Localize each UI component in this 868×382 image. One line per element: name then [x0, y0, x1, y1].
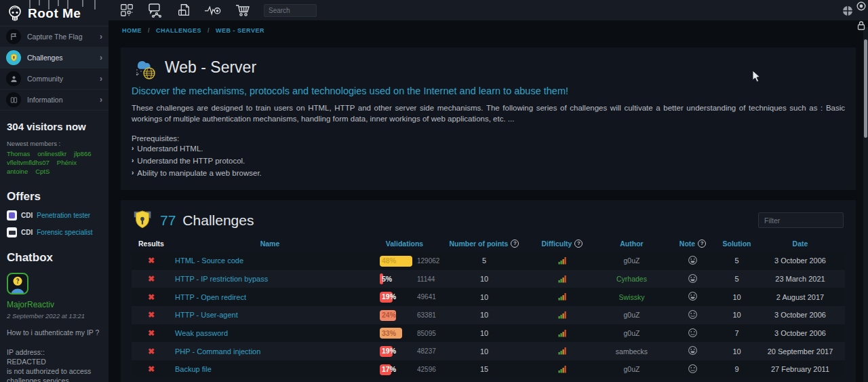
solution-count-link[interactable]: 10	[732, 347, 741, 356]
offers-heading: Offers	[7, 190, 102, 204]
record-icon[interactable]	[856, 1, 866, 14]
not-validated-icon: ✖	[132, 256, 171, 265]
vertical-scrollbar[interactable]	[863, 27, 868, 382]
column-points[interactable]: Number of points ?	[440, 240, 528, 248]
solution-count-link[interactable]: 5	[734, 275, 738, 283]
newest-members-label: Newest members :	[7, 140, 102, 147]
challenge-link[interactable]: Weak password	[175, 329, 228, 337]
column-note[interactable]: Note ?	[667, 240, 718, 248]
sidebar-item-information[interactable]: Information ›	[0, 90, 108, 111]
documents-icon[interactable]	[176, 2, 191, 18]
chatbox-block: Chatbox MajorReactiv 2 September 2022 at…	[0, 237, 108, 382]
help-icon[interactable]: ?	[511, 240, 519, 248]
prerequisite-item: › Ability to manipulate a web browser.	[132, 167, 845, 179]
validations-cell: 5% 11144	[369, 270, 440, 288]
validation-count: 48237	[417, 347, 436, 355]
sidebar-item-capture-the-flag[interactable]: Capture The Flag ›	[0, 26, 108, 47]
chevron-right-icon: ›	[100, 32, 102, 41]
search-input[interactable]	[264, 4, 317, 17]
breadcrumb-home-link[interactable]: HOME	[122, 27, 142, 34]
company-logo	[7, 210, 17, 221]
offer-link[interactable]: Penetration tester	[37, 212, 90, 219]
challenge-link[interactable]: HTTP - User-agent	[175, 311, 238, 319]
help-icon[interactable]: ?	[574, 240, 583, 248]
cart-icon[interactable]	[235, 2, 251, 18]
visitors-heading: 304 visitors now	[7, 121, 102, 132]
member-link[interactable]: jlp866	[74, 150, 91, 157]
breadcrumb-current-page[interactable]: WEB - SERVER	[216, 27, 264, 34]
globe-icon[interactable]	[842, 5, 853, 19]
challenge-link[interactable]: HTTP - IP restriction bypass	[175, 275, 268, 283]
validation-count: 63381	[417, 311, 436, 319]
column-author[interactable]: Author	[596, 240, 667, 248]
table-row: ✖ HTML - Source code 48% 129062 5 g0uZ 5…	[132, 252, 845, 270]
challenge-link[interactable]: HTTP - Open redirect	[175, 293, 246, 301]
member-link[interactable]: antoine	[7, 168, 28, 175]
sidebar-item-label: Community	[27, 75, 63, 83]
column-results[interactable]: Results	[132, 240, 171, 248]
author-link[interactable]: g0uZ	[624, 311, 640, 319]
solution-count-link[interactable]: 7	[734, 329, 738, 337]
sidebar-item-challenges[interactable]: Challenges ›	[0, 47, 108, 69]
points-value: 10	[440, 329, 528, 337]
brand-logo[interactable]: Root Me	[0, 0, 108, 26]
difficulty-bars-icon	[528, 256, 596, 266]
challenge-date: 3 October 2006	[755, 311, 845, 319]
challenge-link[interactable]: HTML - Source code	[175, 256, 243, 265]
author-link[interactable]: Swissky	[619, 293, 645, 301]
breadcrumb: HOME / CHALLENGES / WEB - SERVER	[108, 20, 868, 41]
points-value: 10	[440, 347, 528, 356]
difficulty-bars-icon	[528, 346, 596, 356]
author-link[interactable]: sambecks	[616, 347, 648, 356]
challenge-date: 2 August 2017	[755, 293, 845, 301]
member-link[interactable]: Phénix	[57, 159, 77, 166]
difficulty-bars-icon	[528, 328, 596, 339]
column-difficulty[interactable]: Difficulty ?	[528, 240, 596, 248]
forum-icon[interactable]	[147, 2, 163, 18]
chat-error-message: IP address:: REDACTED is not authorized …	[7, 347, 102, 382]
bullet-chevron-icon: ›	[132, 167, 134, 179]
qr-docs-icon[interactable]	[119, 3, 134, 18]
challenge-link[interactable]: Backup file	[175, 365, 212, 373]
validations-cell: 17% 42596	[369, 360, 440, 379]
difficulty-bars-icon	[528, 292, 596, 302]
member-link[interactable]: Thomas	[7, 150, 30, 157]
sidebar-item-community[interactable]: Community ›	[0, 69, 108, 90]
not-validated-icon: ✖	[132, 328, 171, 338]
breadcrumb-challenges-link[interactable]: CHALLENGES	[156, 27, 201, 34]
page-description: These challenges are designed to train u…	[132, 102, 845, 124]
solution-count-link[interactable]: 10	[732, 293, 741, 301]
author-link[interactable]: g0uZ	[624, 256, 640, 265]
avatar[interactable]	[7, 273, 28, 294]
activity-icon[interactable]	[204, 3, 222, 17]
help-icon[interactable]: ?	[698, 240, 706, 248]
author-link[interactable]: Cyrhades	[616, 275, 647, 283]
solution-count-link[interactable]: 9	[734, 365, 738, 373]
filter-input[interactable]	[758, 212, 844, 228]
note-face-icon	[667, 273, 718, 285]
member-link[interactable]: CptS	[35, 168, 50, 175]
points-value: 10	[440, 293, 528, 301]
solution-count-link[interactable]: 5	[734, 256, 738, 265]
validation-percent: 19%	[382, 292, 396, 301]
member-link[interactable]: onlinestlkr	[37, 150, 66, 157]
solution-count-link[interactable]: 10	[732, 311, 741, 319]
column-solution[interactable]: Solution	[718, 240, 755, 248]
prerequisite-text: Ability to manipulate a web browser.	[137, 167, 261, 179]
page-title: Web - Server	[165, 58, 256, 77]
validation-percent: 33%	[382, 329, 396, 337]
chat-username-link[interactable]: MajorReactiv	[7, 300, 54, 309]
scrollbar-thumb[interactable]	[864, 39, 867, 138]
author-link[interactable]: g0uZ	[624, 329, 640, 337]
sidebar: Root Me Capture The Flag › Challenges ›	[0, 0, 108, 382]
column-date[interactable]: Date	[755, 240, 845, 248]
company-logo	[7, 227, 17, 237]
member-link[interactable]: vfleltvmfldhs07	[7, 159, 50, 166]
challenge-link[interactable]: PHP - Command injection	[175, 347, 260, 356]
column-name[interactable]: Name	[171, 240, 369, 248]
offer-link[interactable]: Forensic specialist	[37, 229, 92, 236]
author-link[interactable]: g0uZ	[624, 365, 640, 373]
lock-icon[interactable]	[856, 20, 866, 33]
validation-percent: 17%	[382, 365, 396, 373]
column-validations[interactable]: Validations	[369, 240, 440, 248]
